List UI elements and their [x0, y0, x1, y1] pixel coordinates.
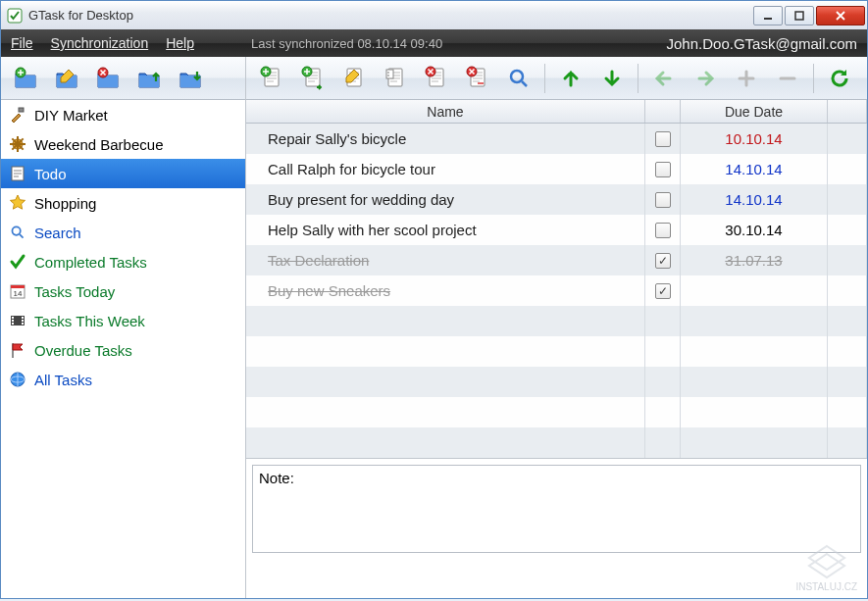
delete-done-button[interactable]	[458, 62, 497, 95]
checkbox-icon	[655, 223, 671, 238]
calendar-icon: 14	[9, 282, 26, 300]
refresh-button[interactable]	[820, 62, 859, 95]
task-spacer-cell	[828, 154, 867, 184]
gear-icon	[9, 135, 26, 153]
delete-task-button[interactable]	[417, 62, 456, 95]
task-row[interactable]: Help Sally with her scool project30.10.1…	[246, 215, 867, 245]
task-table: Name Due Date Repair Sally's bicycle10.1…	[246, 100, 867, 459]
task-row[interactable]: Buy present for wedding day14.10.14	[246, 184, 867, 215]
column-header-name[interactable]: Name	[246, 100, 645, 123]
edit-task-button[interactable]	[334, 62, 374, 95]
task-row-empty	[246, 397, 867, 427]
sidebar-item-search[interactable]: Search	[1, 218, 245, 247]
sidebar-item-all[interactable]: All Tasks	[1, 365, 245, 394]
folder-pencil-icon	[55, 66, 80, 91]
svg-rect-37	[386, 70, 393, 78]
task-row[interactable]: Repair Sally's bicycle10.10.14	[246, 124, 867, 154]
toolbar-separator	[638, 64, 638, 93]
task-done-cell[interactable]: ✓	[645, 275, 681, 306]
task-done-cell[interactable]	[645, 215, 681, 245]
task-done-cell[interactable]: ✓	[645, 245, 681, 275]
sidebar-item-label: Todo	[34, 166, 67, 182]
task-row[interactable]: Tax Declaration✓31.07.13	[246, 245, 867, 275]
list-down-button[interactable]	[172, 62, 211, 95]
task-options-button[interactable]	[376, 62, 415, 95]
checkbox-icon	[655, 131, 671, 147]
nav-fwd-button[interactable]	[686, 62, 725, 95]
edit-list-button[interactable]	[48, 62, 87, 95]
note-textarea[interactable]	[253, 490, 860, 552]
hammer-icon	[9, 106, 26, 124]
svg-rect-22	[12, 317, 14, 319]
task-spacer-cell	[828, 275, 867, 306]
svg-point-39	[387, 75, 389, 76]
task-spacer-cell	[828, 245, 867, 275]
page-dots-icon	[383, 66, 408, 91]
sidebar-item-label: Weekend Barbecue	[34, 136, 163, 153]
task-due-cell: 30.10.14	[681, 215, 828, 245]
search-task-button[interactable]	[499, 62, 538, 95]
task-name-cell: Tax Declaration	[246, 245, 645, 275]
sidebar-item-weekend-bbq[interactable]: Weekend Barbecue	[1, 129, 245, 159]
sidebar-item-todo[interactable]: Todo	[1, 159, 245, 188]
sidebar-item-thisweek[interactable]: Tasks This Week	[1, 306, 245, 335]
task-row[interactable]: Buy new Sneakers✓	[246, 275, 867, 306]
column-header-spacer	[828, 100, 867, 123]
task-spacer-cell	[828, 184, 867, 215]
folder-plus-icon	[14, 66, 39, 91]
note-icon	[9, 165, 26, 182]
arrow-down-icon	[599, 66, 625, 91]
list-toolbar	[1, 57, 245, 100]
sidebar-item-shopping[interactable]: Shopping	[1, 188, 245, 218]
new-subtask-button[interactable]	[293, 62, 332, 95]
magnifier-icon	[9, 224, 26, 241]
task-row[interactable]: Call Ralph for bicycle tour14.10.14	[246, 154, 867, 184]
svg-rect-25	[22, 317, 24, 319]
svg-rect-2	[795, 12, 803, 20]
nav-back-button[interactable]	[644, 62, 684, 95]
menu-file[interactable]: File	[11, 35, 33, 51]
task-name-cell: Repair Sally's bicycle	[246, 124, 645, 154]
expand-button[interactable]	[727, 62, 766, 95]
new-task-button[interactable]	[252, 62, 291, 95]
move-down-button[interactable]	[592, 62, 632, 95]
account-email: John.Doo.GTask@gmail.com	[667, 35, 857, 52]
minimize-button[interactable]	[753, 6, 783, 25]
collapse-button[interactable]	[768, 62, 807, 95]
sidebar-item-today[interactable]: 14Tasks Today	[1, 276, 245, 306]
task-row-empty	[246, 427, 867, 458]
sidebar-item-diy-market[interactable]: DIY Market	[1, 100, 245, 129]
svg-rect-24	[12, 323, 14, 325]
sidebar-item-label: Search	[34, 225, 81, 241]
sidebar-item-label: Shopping	[34, 195, 96, 212]
svg-rect-26	[22, 320, 24, 322]
task-done-cell[interactable]	[645, 124, 681, 154]
delete-list-button[interactable]	[89, 62, 128, 95]
sidebar-item-overdue[interactable]: Overdue Tasks	[1, 335, 245, 365]
maximize-button[interactable]	[785, 6, 814, 25]
task-due-cell: 31.07.13	[681, 245, 828, 275]
menu-help[interactable]: Help	[166, 35, 194, 51]
svg-rect-5	[19, 108, 24, 112]
sidebar-item-completed[interactable]: Completed Tasks	[1, 247, 245, 276]
refresh-icon	[827, 66, 852, 91]
task-done-cell[interactable]	[645, 184, 681, 215]
sidebar-item-label: Overdue Tasks	[34, 342, 132, 359]
arrow-left-icon	[651, 66, 677, 91]
svg-point-44	[511, 71, 523, 82]
move-up-button[interactable]	[551, 62, 590, 95]
new-list-button[interactable]	[7, 62, 46, 95]
check-icon	[9, 253, 26, 271]
arrow-right-icon	[692, 66, 718, 91]
checkbox-icon	[655, 162, 671, 177]
sidebar-item-label: Completed Tasks	[34, 254, 147, 271]
column-header-done[interactable]	[645, 100, 681, 123]
magnifier-icon	[506, 66, 532, 91]
close-button[interactable]	[816, 6, 865, 25]
list-up-button[interactable]	[130, 62, 170, 95]
menu-synchronization[interactable]: Synchronization	[51, 35, 149, 51]
note-label: Note:	[253, 466, 860, 490]
sidebar-item-label: Tasks Today	[34, 283, 115, 300]
task-done-cell[interactable]	[645, 154, 681, 184]
column-header-due[interactable]: Due Date	[681, 100, 828, 123]
